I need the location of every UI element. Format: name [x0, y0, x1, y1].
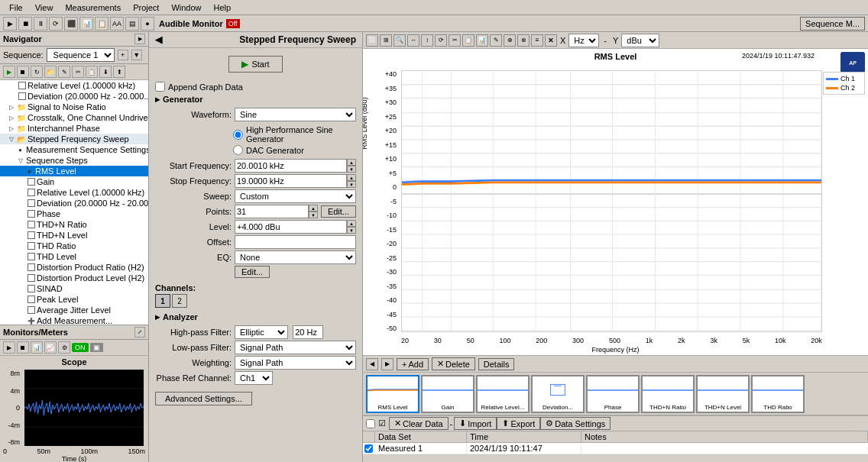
tree-checkbox[interactable]	[28, 189, 35, 196]
nav-btn9[interactable]: ⬆	[113, 66, 125, 78]
points-down[interactable]: ▼	[309, 212, 318, 218]
waveform-select[interactable]: Sine	[235, 108, 356, 121]
nav-btn6[interactable]: ✂	[72, 66, 84, 78]
seq-add-btn[interactable]: +	[118, 50, 128, 60]
tree-checkbox[interactable]	[18, 92, 26, 100]
tree-checkbox[interactable]	[28, 199, 35, 207]
tree-item-seq-steps[interactable]: ▽ Sequence Steps	[0, 155, 148, 166]
tree-checkbox[interactable]	[28, 231, 35, 239]
menu-view[interactable]: View	[29, 2, 60, 14]
lowpass-select[interactable]: Signal Path	[235, 341, 356, 354]
import-btn[interactable]: ⬇ Import	[454, 417, 497, 430]
weighting-select[interactable]: Signal Path	[235, 356, 356, 370]
toolbar-btn-10[interactable]: ●	[141, 17, 154, 31]
thumb-phase[interactable]: Phase	[586, 375, 640, 413]
radio-hpsine-input[interactable]	[233, 130, 243, 140]
toolbar-btn-3[interactable]: ⏸	[34, 17, 47, 31]
stop-freq-up[interactable]: ▲	[347, 174, 356, 181]
sweep-select[interactable]: Custom	[235, 189, 356, 203]
menu-measurements[interactable]: Measurements	[59, 2, 127, 14]
analyzer-section[interactable]: ▶ Analyzer	[149, 311, 362, 323]
sequence-button[interactable]: Sequence M...	[800, 17, 865, 31]
highpass-freq-input[interactable]	[293, 325, 323, 339]
nav-btn3[interactable]: ↻	[31, 66, 43, 78]
graph-btn5[interactable]: ↕	[421, 34, 433, 47]
ch2-btn[interactable]: 2	[172, 294, 187, 308]
details-btn[interactable]: Details	[478, 358, 515, 370]
tree-item-stepped[interactable]: ▽ 📂 Stepped Frequency Sweep	[0, 134, 148, 144]
clear-data-btn[interactable]: ☑	[378, 418, 386, 428]
tree-item-relative2[interactable]: Relative Level (1.00000 kHz)	[0, 187, 148, 198]
tree-item-interchannel[interactable]: ▷ 📁 Interchannel Phase	[0, 123, 148, 134]
graph-btn13[interactable]: ≡	[531, 34, 543, 47]
nav-btn5[interactable]: ✎	[58, 66, 70, 78]
toolbar-btn-1[interactable]: ▶	[3, 17, 17, 31]
graph-btn6[interactable]: ⟳	[435, 34, 447, 47]
toolbar-btn-8[interactable]: AA	[110, 17, 124, 31]
mon-btn4[interactable]: 📈	[44, 341, 57, 354]
thumb-thdratio[interactable]: THD Ratio	[751, 375, 805, 413]
nav-btn7[interactable]: 📋	[86, 66, 98, 78]
toolbar-btn-9[interactable]: ▤	[125, 17, 139, 31]
toolbar-btn-6[interactable]: 📊	[79, 17, 93, 31]
highpass-select[interactable]: Elliptic	[235, 325, 288, 339]
nav-run-btn[interactable]: ▶	[3, 66, 15, 78]
tree-item-gain[interactable]: Gain	[0, 176, 148, 187]
mon-btn5[interactable]: ⚙	[58, 341, 70, 354]
tree-item-deviation2[interactable]: Deviation (20.0000 Hz - 20.000...	[0, 198, 148, 208]
menu-project[interactable]: Project	[127, 2, 165, 14]
tree-checkbox[interactable]	[28, 296, 35, 303]
tree-item-thdlevel[interactable]: THD Level	[0, 251, 148, 262]
stop-freq-input[interactable]	[235, 174, 347, 188]
datasets-all-checkbox[interactable]	[366, 419, 375, 428]
tree-item-jitter[interactable]: Average Jitter Level	[0, 305, 148, 315]
export-btn[interactable]: ⬆ Export	[497, 417, 540, 430]
delete-dataset-btn[interactable]: ✕ Delete	[432, 357, 475, 370]
x-unit-select[interactable]: Hz	[568, 34, 599, 47]
offset-input[interactable]	[235, 235, 356, 249]
phase-ref-select[interactable]: Ch1	[235, 371, 273, 385]
generator-section[interactable]: ▶ Generator	[149, 93, 362, 105]
tree-checkbox[interactable]	[18, 82, 26, 89]
ch1-btn[interactable]: 1	[155, 294, 170, 308]
mon-btn2[interactable]: ⏹	[17, 341, 29, 354]
start-freq-up[interactable]: ▲	[347, 159, 356, 166]
radio-hpsine[interactable]: High Performance Sine Generator	[233, 125, 356, 144]
eq-select[interactable]: None	[235, 250, 356, 264]
menu-file[interactable]: File	[3, 2, 29, 14]
thumb-gain[interactable]: Gain	[421, 375, 474, 413]
tree-checkbox[interactable]	[28, 285, 35, 292]
tree-item-peak[interactable]: Peak Level	[0, 294, 148, 305]
toolbar-btn-7[interactable]: 📋	[95, 17, 108, 31]
ds-checkbox-1[interactable]	[364, 444, 373, 453]
graph-canvas[interactable]	[401, 70, 822, 332]
tree-checkbox[interactable]	[28, 178, 35, 186]
monitors-expand-btn[interactable]: ⤢	[134, 327, 145, 338]
level-input[interactable]	[235, 220, 347, 234]
tree-item-add-meas[interactable]: ➕ Add Measurement...	[0, 315, 148, 325]
eq-edit-btn[interactable]: Edit...	[235, 266, 270, 278]
clear-data-button[interactable]: ✕ Clear Data	[389, 417, 449, 430]
ds-check-1[interactable]	[363, 444, 375, 454]
points-edit-btn[interactable]: Edit...	[321, 205, 356, 218]
y-unit-select[interactable]: dBu	[621, 34, 659, 47]
graph-btn-x[interactable]: ✕	[545, 34, 557, 47]
toolbar-btn-4[interactable]: ⟳	[49, 17, 63, 31]
tree-checkbox[interactable]	[28, 242, 35, 250]
tree-checkbox[interactable]	[28, 306, 35, 314]
data-prev-btn[interactable]: ◀	[366, 358, 378, 370]
tree-item-rms[interactable]: ● RMS Level	[0, 166, 148, 176]
tree-checkbox[interactable]	[28, 263, 35, 271]
back-arrow[interactable]: ◀	[155, 34, 162, 45]
dataset-row-1[interactable]: Measured 1 2024/1/19 10:11:47	[363, 443, 868, 454]
sequence-dropdown[interactable]: Sequence 1	[47, 48, 115, 62]
points-up[interactable]: ▲	[309, 205, 318, 212]
tree-item-relative1[interactable]: Relative Level (1.00000 kHz)	[0, 80, 148, 91]
append-checkbox[interactable]	[155, 82, 165, 92]
menu-help[interactable]: Help	[208, 2, 238, 14]
radio-dac[interactable]: DAC Generator	[233, 145, 356, 155]
points-input[interactable]	[235, 205, 309, 218]
radio-dac-input[interactable]	[233, 145, 243, 155]
stop-freq-down[interactable]: ▼	[347, 181, 356, 188]
level-down[interactable]: ▼	[347, 227, 356, 234]
